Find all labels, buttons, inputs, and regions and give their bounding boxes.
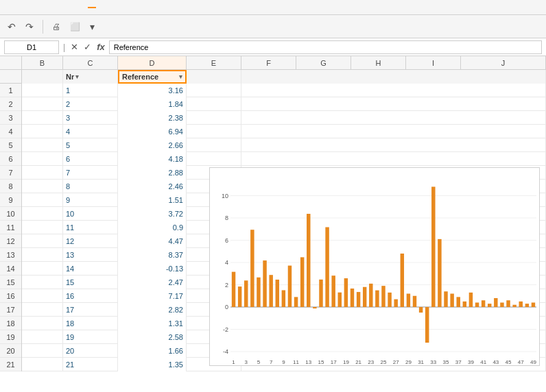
cell-d-5[interactable]: 2.66 [118, 138, 187, 152]
cell-rest-header [241, 70, 546, 84]
cell-c-13[interactable]: 13 [63, 248, 118, 262]
cell-b-13 [22, 248, 63, 262]
chart-area[interactable] [209, 167, 540, 366]
cell-c-17[interactable]: 17 [63, 303, 118, 317]
cell-b-20 [22, 344, 63, 358]
cell-c-2[interactable]: 2 [63, 97, 118, 111]
cell-b-8 [22, 180, 63, 193]
row-num-12: 12 [0, 234, 21, 248]
col-header-g[interactable]: G [296, 56, 351, 69]
row-num-11: 11 [0, 221, 21, 234]
cell-b-6 [22, 152, 63, 166]
cell-c-16[interactable]: 16 [63, 289, 118, 303]
cell-c-4[interactable]: 4 [63, 125, 118, 138]
cell-d-12[interactable]: 4.47 [118, 234, 187, 248]
col-header-i[interactable]: I [406, 56, 461, 69]
col-header-b[interactable]: B [22, 56, 63, 69]
row-num-19: 19 [0, 330, 21, 344]
row-num-17: 17 [0, 303, 21, 317]
col-header-h[interactable]: H [351, 56, 406, 69]
cell-d-header[interactable]: Reference▾ [118, 70, 187, 84]
cell-d-2[interactable]: 1.84 [118, 97, 187, 111]
cell-c-3[interactable]: 3 [63, 111, 118, 125]
cell-e-5 [187, 138, 241, 152]
cell-c-8[interactable]: 8 [63, 180, 118, 193]
cell-c-7[interactable]: 7 [63, 166, 118, 180]
cell-d-6[interactable]: 4.18 [118, 152, 187, 166]
format-button[interactable]: ⬜ [67, 20, 84, 34]
cell-c-5[interactable]: 5 [63, 138, 118, 152]
cell-d-18[interactable]: 1.31 [118, 317, 187, 330]
col-header-e[interactable]: E [187, 56, 241, 69]
cell-d-9[interactable]: 1.51 [118, 193, 187, 207]
redo-button[interactable]: ↷ [22, 19, 37, 34]
row-num-20: 20 [0, 344, 21, 358]
cell-b-12 [22, 234, 63, 248]
cell-e-1 [187, 84, 241, 97]
cell-e-4 [187, 125, 241, 138]
cell-c-header[interactable]: Nr ▾ [63, 70, 118, 84]
cell-d-13[interactable]: 8.37 [118, 248, 187, 262]
cell-b-15 [22, 275, 63, 289]
cell-b-3 [22, 111, 63, 125]
cell-d-19[interactable]: 2.58 [118, 330, 187, 344]
col-header-c[interactable]: C [63, 56, 118, 69]
formula-bar-separator: | [63, 42, 65, 52]
cell-c-14[interactable]: 14 [63, 262, 118, 275]
more-button[interactable]: ▾ [86, 19, 98, 34]
cell-c-1[interactable]: 1 [63, 84, 118, 97]
table-row: 1 3.16 [22, 84, 546, 97]
cancel-formula-button[interactable]: ✕ [69, 42, 80, 52]
cell-c-11[interactable]: 11 [63, 221, 118, 234]
cell-c-19[interactable]: 19 [63, 330, 118, 344]
cell-d-11[interactable]: 0.9 [118, 221, 187, 234]
col-header-d[interactable]: D [118, 56, 187, 69]
cell-d-14[interactable]: -0.13 [118, 262, 187, 275]
cell-d-17[interactable]: 2.82 [118, 303, 187, 317]
cell-d-16[interactable]: 7.17 [118, 289, 187, 303]
cell-c-9[interactable]: 9 [63, 193, 118, 207]
name-box[interactable] [4, 40, 59, 54]
cell-c-18[interactable]: 18 [63, 317, 118, 330]
cell-d-21[interactable]: 1.35 [118, 358, 187, 371]
row-num-13: 13 [0, 248, 21, 262]
cell-c-21[interactable]: 21 [63, 358, 118, 371]
table-row: 4 6.94 [22, 125, 546, 138]
cell-d-7[interactable]: 2.88 [118, 166, 187, 180]
ribbon-formatting[interactable] [88, 7, 96, 8]
cell-d-1[interactable]: 3.16 [118, 84, 187, 97]
cell-e-2 [187, 97, 241, 111]
function-button[interactable]: fx [95, 42, 106, 52]
cell-c-20[interactable]: 20 [63, 344, 118, 358]
cell-b-14 [22, 262, 63, 275]
cell-c-12[interactable]: 12 [63, 234, 118, 248]
table-row: 6 4.18 [22, 152, 546, 166]
cell-d-3[interactable]: 2.38 [118, 111, 187, 125]
print-button[interactable]: 🖨 [49, 20, 64, 34]
cell-d-10[interactable]: 3.72 [118, 207, 187, 221]
formula-input[interactable] [109, 40, 542, 54]
cell-b-16 [22, 289, 63, 303]
cell-b-9 [22, 193, 63, 207]
formula-bar-buttons: ✕ ✓ fx [69, 42, 106, 52]
row-num-5: 5 [0, 138, 21, 152]
main-area: 123456789101112131415161718192021 Nr ▾ R… [0, 70, 546, 371]
row-num-21: 21 [0, 358, 21, 371]
cell-c-6[interactable]: 6 [63, 152, 118, 166]
cell-c-15[interactable]: 15 [63, 275, 118, 289]
cell-d-15[interactable]: 2.47 [118, 275, 187, 289]
confirm-formula-button[interactable]: ✓ [82, 42, 93, 52]
table-row: 3 2.38 [22, 111, 546, 125]
cell-rest-6 [241, 152, 546, 166]
cell-b-4 [22, 125, 63, 138]
undo-button[interactable]: ↶ [4, 19, 19, 34]
cell-d-4[interactable]: 6.94 [118, 125, 187, 138]
cell-c-10[interactable]: 10 [63, 207, 118, 221]
table-row: 2 1.84 [22, 97, 546, 111]
col-header-f[interactable]: F [241, 56, 296, 69]
cell-d-8[interactable]: 2.46 [118, 180, 187, 193]
col-header-j[interactable]: J [461, 56, 546, 69]
cell-e-header [187, 70, 241, 84]
cell-d-20[interactable]: 1.66 [118, 344, 187, 358]
cell-b-21 [22, 358, 63, 371]
